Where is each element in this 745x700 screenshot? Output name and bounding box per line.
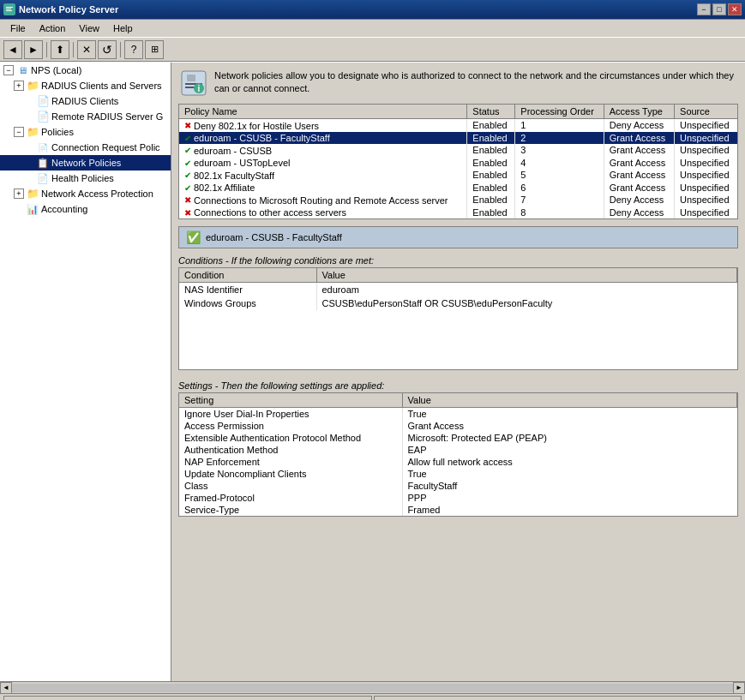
toolbar: ◄ ► ⬆ ✕ ↺ ? ⊞ xyxy=(0,38,745,62)
remote-radius-icon: 📄 xyxy=(36,110,50,123)
tree-policies[interactable]: − 📁 Policies xyxy=(0,124,171,140)
horizontal-scrollbar: ◄ ► xyxy=(0,681,745,693)
policy-source-cell: Unspecified xyxy=(675,119,737,132)
extra-button[interactable]: ⊞ xyxy=(145,40,164,59)
setting-name-cell: Authentication Method xyxy=(179,444,402,456)
scroll-right[interactable]: ► xyxy=(733,682,745,694)
main-layout: − 🖥 NPS (Local) + 📁 RADIUS Clients and S… xyxy=(0,62,745,681)
menu-file[interactable]: File xyxy=(3,21,33,35)
policy-order-cell: 1 xyxy=(515,119,604,132)
policy-order-cell: 3 xyxy=(515,144,604,157)
conditions-table: Condition Value NAS Identifier eduroam W… xyxy=(179,268,737,310)
settings-table: Setting Value Ignore User Dial-In Proper… xyxy=(179,393,737,516)
tree-radius-clients-servers[interactable]: + 📁 RADIUS Clients and Servers xyxy=(0,78,171,93)
grant-icon: ✔ xyxy=(184,134,191,143)
col-condition[interactable]: Condition xyxy=(179,268,316,283)
tree-accounting[interactable]: 📊 Accounting xyxy=(0,201,171,217)
help-button[interactable]: ? xyxy=(124,40,143,59)
status-bar xyxy=(0,693,745,700)
policy-row[interactable]: ✔ 802.1x Affiliate Enabled 6 Grant Acces… xyxy=(179,182,737,194)
accounting-icon: 📊 xyxy=(26,202,39,216)
grant-icon: ✔ xyxy=(184,159,191,168)
setting-name-cell: Service-Type xyxy=(179,504,402,516)
policy-source-cell: Unspecified xyxy=(675,194,737,206)
svg-rect-1 xyxy=(6,7,13,8)
restore-button[interactable]: □ xyxy=(712,3,726,15)
setting-value-cell: Framed xyxy=(402,504,737,516)
app-icon xyxy=(3,3,15,15)
policy-name-cell: ✔ 802.1x FacultyStaff xyxy=(179,169,467,182)
selected-policy-header: ✅ eduroam - CSUSB - FacultyStaff xyxy=(178,226,738,248)
menu-view[interactable]: View xyxy=(72,21,106,35)
setting-row: Authentication Method EAP xyxy=(179,444,737,456)
policy-access-cell: Grant Access xyxy=(604,169,674,182)
tree-label-nps: NPS (Local) xyxy=(31,65,81,75)
col-policy-name[interactable]: Policy Name xyxy=(179,105,467,119)
radius-folder-icon: 📁 xyxy=(26,79,39,93)
info-box: i Network policies allow you to designat… xyxy=(171,63,745,104)
expand-nps[interactable]: − xyxy=(3,65,14,75)
policy-source-cell: Unspecified xyxy=(675,182,737,194)
policy-row[interactable]: ✔ eduroam - CSUSB Enabled 3 Grant Access… xyxy=(179,144,737,157)
col-setting-value[interactable]: Value xyxy=(402,393,737,408)
back-button[interactable]: ◄ xyxy=(3,40,22,59)
expand-nap[interactable]: + xyxy=(14,188,24,199)
up-button[interactable]: ⬆ xyxy=(51,40,69,59)
policy-access-cell: Grant Access xyxy=(604,144,674,157)
policy-status-cell: Enabled xyxy=(467,182,515,194)
scroll-left[interactable]: ◄ xyxy=(0,682,12,694)
policy-source-cell: Unspecified xyxy=(675,206,737,219)
tree-health-policies[interactable]: 📄 Health Policies xyxy=(0,171,171,186)
condition-row: NAS Identifier eduroam xyxy=(179,283,737,297)
col-source[interactable]: Source xyxy=(675,105,737,119)
policy-row[interactable]: ✖ Connections to Microsoft Routing and R… xyxy=(179,194,737,206)
policies-table-container: Policy Name Status Processing Order Acce… xyxy=(178,104,738,219)
forward-button[interactable]: ► xyxy=(24,40,43,59)
policy-order-cell: 8 xyxy=(515,206,604,219)
col-access-type[interactable]: Access Type xyxy=(604,105,674,119)
minimize-button[interactable]: − xyxy=(697,3,711,15)
tree-network-policies[interactable]: 📋 Network Policies xyxy=(0,155,171,171)
refresh-button[interactable]: ↺ xyxy=(98,40,117,59)
policy-row[interactable]: ✔ 802.1x FacultyStaff Enabled 5 Grant Ac… xyxy=(179,169,737,182)
policy-name-cell: ✔ 802.1x Affiliate xyxy=(179,182,467,194)
close-button[interactable]: ✕ xyxy=(728,3,742,15)
settings-label: Settings - Then the following settings a… xyxy=(171,377,745,392)
expand-policies[interactable]: − xyxy=(14,127,24,137)
setting-value-cell: PPP xyxy=(402,492,737,504)
col-status[interactable]: Status xyxy=(467,105,515,119)
expand-radius[interactable]: + xyxy=(14,81,24,91)
tree-network-access-protection[interactable]: + 📁 Network Access Protection xyxy=(0,186,171,201)
policy-access-cell: Deny Access xyxy=(604,194,674,206)
scroll-track[interactable] xyxy=(12,684,733,692)
policy-status-cell: Enabled xyxy=(467,119,515,132)
menu-action[interactable]: Action xyxy=(33,21,73,35)
policy-source-cell: Unspecified xyxy=(675,169,737,182)
setting-name-cell: Class xyxy=(179,480,402,492)
col-processing-order[interactable]: Processing Order xyxy=(515,105,604,119)
condition-value-cell: CSUSB\eduPersonStaff OR CSUSB\eduPersonF… xyxy=(316,296,737,310)
grant-icon: ✔ xyxy=(184,146,191,155)
policy-row[interactable]: ✔ eduroam - CSUSB - FacultyStaff Enabled… xyxy=(179,132,737,145)
tree-view: − 🖥 NPS (Local) + 📁 RADIUS Clients and S… xyxy=(0,63,171,681)
policy-name-cell: ✔ eduroam - CSUSB - FacultyStaff xyxy=(179,132,467,145)
policies-table-body: ✖ Deny 802.1x for Hostile Users Enabled … xyxy=(179,119,737,219)
policy-order-cell: 4 xyxy=(515,157,604,170)
policy-row[interactable]: ✖ Deny 802.1x for Hostile Users Enabled … xyxy=(179,119,737,132)
stop-button[interactable]: ✕ xyxy=(77,40,96,59)
tree-connection-request[interactable]: 📄 Connection Request Polic xyxy=(0,140,171,155)
radius-clients-icon: 📄 xyxy=(36,94,50,108)
setting-row: Access Permission Grant Access xyxy=(179,420,737,432)
setting-value-cell: FacultyStaff xyxy=(402,480,737,492)
tree-remote-radius[interactable]: 📄 Remote RADIUS Server G xyxy=(0,109,171,124)
tree-nps-local[interactable]: − 🖥 NPS (Local) xyxy=(0,63,171,78)
tree-radius-clients[interactable]: 📄 RADIUS Clients xyxy=(0,93,171,109)
deny-icon: ✖ xyxy=(184,121,191,130)
policy-row[interactable]: ✖ Connections to other access servers En… xyxy=(179,206,737,219)
policy-order-cell: 6 xyxy=(515,182,604,194)
col-value[interactable]: Value xyxy=(316,268,737,283)
menu-help[interactable]: Help xyxy=(106,21,140,35)
col-setting[interactable]: Setting xyxy=(179,393,402,408)
setting-value-cell: Microsoft: Protected EAP (PEAP) xyxy=(402,432,737,444)
policy-row[interactable]: ✔ eduroam - USTopLevel Enabled 4 Grant A… xyxy=(179,157,737,170)
